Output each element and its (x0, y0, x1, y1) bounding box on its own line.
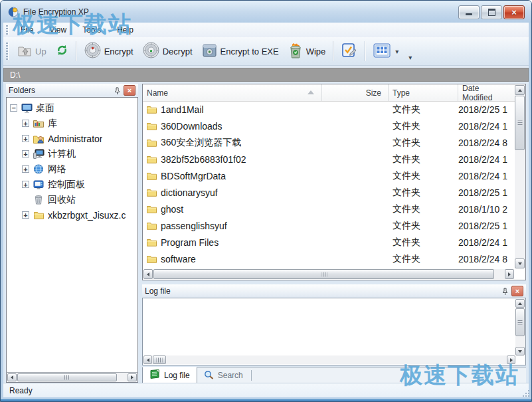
close-button[interactable]: × (503, 5, 525, 19)
wipe-icon (288, 43, 303, 60)
network-icon (33, 164, 44, 174)
scroll-right-button[interactable] (507, 355, 515, 364)
menu-file[interactable]: File (13, 23, 41, 37)
file-date: 2018/2/24 8 (458, 138, 515, 148)
file-date: 2018/2/24 1 (458, 121, 515, 132)
options-button[interactable] (337, 41, 362, 62)
scroll-down-button[interactable] (515, 258, 525, 268)
views-button[interactable]: ▾ (369, 41, 403, 62)
column-header-date[interactable]: Date Modified (458, 84, 515, 101)
scroll-left-button[interactable] (143, 269, 153, 279)
refresh-button[interactable] (51, 42, 73, 60)
log-horizontal-scrollbar[interactable] (143, 355, 515, 364)
file-date: 2018/2/24 1 (458, 154, 515, 165)
toolbar-overflow-chevron-icon[interactable]: ▾ (408, 54, 412, 61)
folder-icon (147, 171, 157, 180)
log-content (143, 299, 515, 355)
file-list-horizontal-scrollbar[interactable] (143, 269, 514, 279)
file-row[interactable]: software 文件夹 2018/2/24 8 (143, 251, 515, 267)
desktop-icon (21, 103, 33, 114)
file-row[interactable]: BDSoftMgrData 文件夹 2018/2/24 1 (143, 167, 515, 184)
wipe-button[interactable]: Wipe (284, 41, 331, 62)
search-icon (204, 370, 214, 381)
file-row[interactable]: ghost 文件夹 2018/1/10 2 (143, 201, 515, 217)
scrollbar-thumb[interactable] (515, 96, 525, 150)
file-row[interactable]: 360Downloads 文件夹 2018/2/24 1 (143, 118, 515, 134)
scroll-left-button[interactable] (7, 373, 17, 381)
tree-item[interactable]: − 桌面 (7, 100, 137, 116)
tree-toggle-icon[interactable]: + (22, 135, 29, 142)
file-row[interactable]: dictionarysyuf 文件夹 2018/2/25 1 (143, 184, 515, 201)
tree-item[interactable]: + 网络 (7, 161, 137, 177)
user-folder-icon (33, 134, 44, 144)
scrollbar-thumb[interactable] (17, 373, 117, 381)
tree-item[interactable]: + Administrator (7, 131, 137, 146)
file-row[interactable]: 1and1Mail 文件夹 2018/2/25 1 (143, 101, 515, 118)
minimize-button[interactable] (458, 5, 480, 19)
menu-tools[interactable]: Tools (74, 23, 109, 37)
up-button[interactable]: Up (13, 42, 51, 61)
pin-icon[interactable] (114, 87, 120, 94)
column-header-type[interactable]: Type (389, 84, 458, 101)
log-vertical-scrollbar[interactable] (515, 299, 525, 355)
resize-grip-handle[interactable] (523, 388, 530, 400)
tree-toggle-icon[interactable]: + (22, 181, 29, 188)
encrypt-button[interactable]: Encrypt (80, 40, 138, 62)
file-row[interactable]: 360安全浏览器下载 文件夹 2018/2/24 8 (143, 134, 515, 151)
log-output[interactable] (142, 298, 526, 365)
control-panel-icon (33, 180, 44, 189)
tree-item[interactable]: + 计算机 (7, 146, 137, 161)
tree-item[interactable]: + xkbzrbgxt_Jisuxz.c (7, 207, 137, 223)
file-date: 2018/2/24 1 (458, 171, 515, 181)
tree-item[interactable]: 回收站 (7, 192, 137, 207)
app-window: File Encryption XP × 极速下载站 极速下载站 File Vi… (0, 0, 532, 402)
tree-toggle-icon[interactable]: + (22, 120, 29, 127)
menu-help[interactable]: Help (109, 23, 141, 37)
folders-panel-close-button[interactable]: × (124, 85, 135, 96)
status-text: Ready (9, 386, 33, 395)
file-row[interactable]: passenglishsyuf 文件夹 2018/2/25 1 (143, 217, 515, 234)
folder-icon (147, 188, 157, 197)
scroll-left-button[interactable] (143, 355, 152, 364)
tree-toggle-icon[interactable]: + (22, 211, 29, 219)
log-panel-title: Log file (145, 286, 502, 296)
scroll-down-button[interactable] (515, 347, 525, 355)
tab-search[interactable]: Search (197, 367, 250, 383)
tree-toggle-icon[interactable]: + (22, 150, 29, 157)
scrollbar-thumb[interactable] (515, 308, 525, 336)
scroll-up-button[interactable] (515, 299, 525, 308)
file-date: 2018/2/25 1 (458, 187, 515, 198)
file-row[interactable]: 382bf52b6883f01f02 文件夹 2018/2/24 1 (143, 151, 515, 167)
file-name: 360Downloads (161, 121, 222, 132)
scroll-right-button[interactable] (505, 269, 514, 279)
scroll-right-button[interactable] (128, 373, 137, 381)
column-header-size[interactable]: Size (322, 84, 389, 101)
file-date: 2018/1/10 2 (458, 204, 515, 215)
log-panel-close-button[interactable]: × (511, 286, 523, 296)
pin-icon[interactable] (502, 288, 508, 295)
menu-view[interactable]: View (41, 23, 74, 37)
title-bar[interactable]: File Encryption XP × (1, 1, 531, 23)
tree-item[interactable]: + 库 (7, 116, 137, 131)
restore-button[interactable] (481, 5, 502, 19)
tree-item[interactable]: + 控制面板 (7, 177, 137, 192)
encrypt-icon (84, 42, 101, 60)
tab-log-file[interactable]: Log file (142, 367, 197, 383)
address-bar[interactable]: D:\ (3, 68, 529, 82)
tree-toggle-icon[interactable]: + (22, 165, 29, 173)
tree-toggle-icon[interactable]: − (10, 104, 17, 112)
scrollbar-thumb[interactable] (153, 355, 166, 364)
encrypt-to-exe-button[interactable]: Encrypt to EXE (197, 41, 284, 62)
file-list-vertical-scrollbar[interactable] (515, 85, 525, 268)
menubar-grip-handle[interactable] (6, 25, 9, 35)
column-header-name[interactable]: Name (143, 84, 322, 101)
address-path: D:\ (10, 70, 20, 80)
file-row[interactable]: Program Files 文件夹 2018/2/24 1 (143, 234, 515, 251)
minimize-icon (466, 13, 472, 15)
scroll-up-button[interactable] (515, 85, 525, 95)
scrollbar-thumb[interactable] (153, 269, 494, 279)
file-type: 文件夹 (389, 220, 458, 232)
decrypt-button[interactable]: Decrypt (138, 40, 197, 62)
folders-horizontal-scrollbar[interactable] (6, 372, 138, 383)
toolbar-grip-handle[interactable] (6, 43, 9, 60)
